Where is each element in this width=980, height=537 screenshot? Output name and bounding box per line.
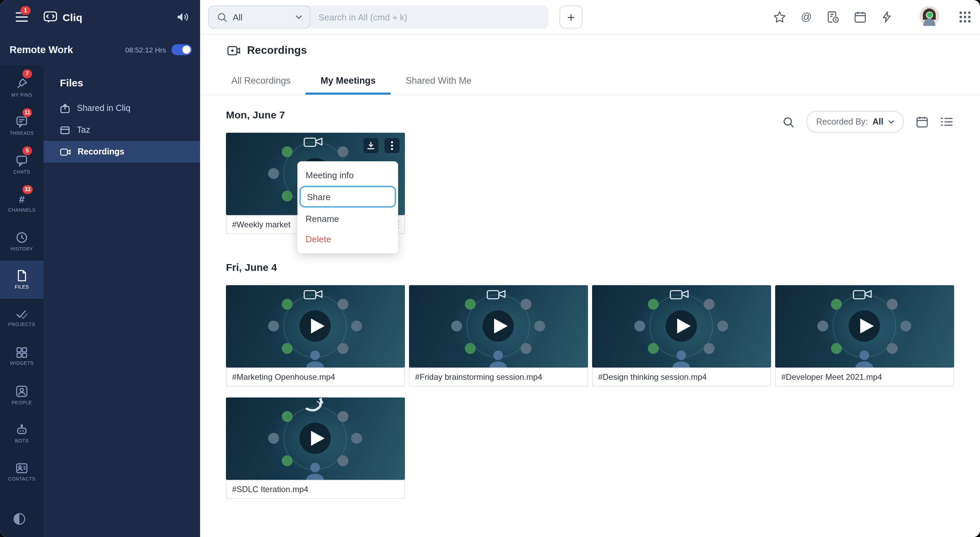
menu-item-meeting-info[interactable]: Meeting info — [298, 165, 398, 185]
recorded-by-filter[interactable]: Recorded By: All — [807, 111, 904, 133]
shortcuts-icon — [881, 11, 892, 23]
tab-my-meetings[interactable]: My Meetings — [305, 66, 391, 95]
sidebar-item-threads[interactable]: 11 THREADS — [0, 107, 43, 145]
section-date: Fri, June 4 — [226, 261, 980, 273]
menu-item-rename[interactable]: Rename — [298, 208, 398, 229]
recording-thumbnail[interactable] — [226, 397, 405, 480]
panel-item-label: Shared in Cliq — [77, 104, 130, 113]
download-button[interactable] — [363, 138, 379, 153]
contacts-icon — [16, 463, 28, 474]
main-area: All + @ — [200, 0, 980, 537]
menu-badge: 1 — [21, 6, 30, 15]
sidebar-item-projects[interactable]: PROJECTS — [0, 299, 43, 337]
recording-card-marketing-openhouse[interactable]: #Marketing Openhouse.mp4 — [226, 285, 405, 387]
menu-item-share[interactable]: Share — [299, 186, 396, 207]
recordings-content: Recorded By: All Mon, June 7 — [200, 95, 980, 537]
panel-item-label: Taz — [77, 125, 90, 135]
theme-toggle-button[interactable] — [13, 513, 26, 528]
recording-card-developer-meet[interactable]: #Developer Meet 2021.mp4 — [775, 285, 954, 387]
audio-output-button[interactable] — [173, 8, 191, 26]
recording-thumbnail[interactable] — [226, 285, 405, 368]
recorded-by-value: All — [872, 117, 883, 127]
meeting-thumbnail-art — [592, 285, 771, 368]
card-hover-actions — [363, 138, 399, 153]
shared-files-icon — [60, 103, 70, 113]
sidebar-item-files[interactable]: FILES — [0, 260, 43, 299]
sidebar-item-my-pins[interactable]: 7 MY PINS — [0, 68, 43, 107]
tab-shared-with-me[interactable]: Shared With Me — [391, 66, 487, 95]
calendar-icon — [854, 11, 866, 23]
reminders-button[interactable] — [827, 11, 839, 23]
tab-all-recordings[interactable]: All Recordings — [216, 66, 305, 95]
chevron-down-icon — [888, 120, 894, 124]
shortcuts-button[interactable] — [881, 11, 892, 23]
recording-card-sdlc-iteration[interactable]: #SDLC Iteration.mp4 — [226, 397, 405, 499]
calendar-icon — [916, 116, 928, 128]
calendar-button[interactable] — [854, 11, 866, 23]
panel-item-recordings[interactable]: Recordings — [43, 141, 200, 163]
starred-button[interactable] — [773, 11, 786, 23]
panel-title: Files — [43, 77, 200, 97]
hamburger-menu-button[interactable]: 1 — [0, 12, 43, 22]
panel-item-shared-in-cliq[interactable]: Shared in Cliq — [43, 97, 200, 119]
recording-thumbnail[interactable] — [775, 285, 954, 368]
more-options-button[interactable] — [385, 138, 399, 153]
widgets-icon — [16, 347, 27, 359]
recorded-by-label: Recorded By: — [816, 117, 868, 127]
sidebar-item-history[interactable]: HISTORY — [0, 222, 43, 260]
recording-card-design-thinking[interactable]: #Design thinking session.mp4 — [592, 285, 771, 387]
threads-icon — [16, 116, 28, 128]
app-window: 1 Cliq Remote Work 08:52:12 Hrs — [0, 0, 980, 537]
search-input[interactable] — [310, 12, 549, 22]
sidebar-body: 7 MY PINS 11 THREADS 5 CHATS 33 # — [0, 65, 200, 537]
recording-caption: #Marketing Openhouse.mp4 — [226, 368, 405, 387]
list-view-button[interactable] — [940, 117, 953, 127]
pin-icon — [16, 78, 28, 90]
search-scope-selector[interactable]: All — [208, 5, 310, 29]
recording-thumbnail[interactable] — [592, 285, 771, 368]
sidebar-item-chats[interactable]: 5 CHATS — [0, 145, 43, 183]
list-view-icon — [940, 117, 953, 127]
recording-name: #SDLC Iteration.mp4 — [232, 484, 399, 494]
sidebar-item-contacts[interactable]: CONTACTS — [0, 453, 43, 491]
recording-card-friday-brainstorming[interactable]: #Friday brainstorming session.mp4 — [409, 285, 588, 387]
recording-caption: #Friday brainstorming session.mp4 — [409, 368, 588, 387]
sidebar-item-bots[interactable]: BOTS — [0, 414, 43, 453]
mention-icon: @ — [801, 11, 812, 23]
chevron-down-icon — [295, 15, 302, 19]
sidebar-item-channels[interactable]: 33 # CHANNELS — [0, 183, 43, 222]
status-bar: Remote Work 08:52:12 Hrs — [0, 34, 200, 65]
recording-thumbnail[interactable] — [409, 285, 588, 368]
navigation-rail: 7 MY PINS 11 THREADS 5 CHATS 33 # — [0, 65, 43, 537]
page-title: Recordings — [247, 44, 307, 56]
meeting-thumbnail-art — [226, 285, 405, 368]
sidebar-item-widgets[interactable]: WIDGETS — [0, 337, 43, 376]
new-chat-button[interactable]: + — [559, 5, 582, 29]
recording-caption: #Developer Meet 2021.mp4 — [775, 368, 954, 387]
status-toggle[interactable] — [172, 44, 192, 55]
unread-badge: 33 — [22, 185, 33, 194]
apps-grid-button[interactable] — [959, 11, 970, 22]
meeting-thumbnail-art — [226, 397, 405, 480]
page-header: Recordings — [200, 35, 980, 66]
theme-contrast-icon — [13, 513, 26, 526]
profile-avatar[interactable] — [913, 6, 939, 28]
panel-item-label: Recordings — [78, 147, 124, 156]
people-icon — [16, 385, 28, 397]
sidebar-item-people[interactable]: PEOPLE — [0, 376, 43, 414]
cliq-logo-icon — [43, 10, 57, 24]
taz-icon — [60, 125, 70, 135]
logo-text: Cliq — [63, 11, 82, 23]
toggle-knob — [182, 46, 191, 54]
files-icon — [16, 270, 27, 282]
date-filter-button[interactable] — [916, 116, 928, 128]
cliq-app: 1 Cliq Remote Work 08:52:12 Hrs — [0, 0, 980, 537]
search-recordings-button[interactable] — [783, 116, 795, 127]
status-title: Remote Work — [10, 44, 120, 55]
panel-item-taz[interactable]: Taz — [43, 119, 200, 141]
mentions-button[interactable]: @ — [801, 11, 812, 23]
hash-icon: # — [19, 193, 25, 205]
search-icon — [217, 12, 227, 22]
reminders-icon — [827, 11, 839, 23]
menu-item-delete[interactable]: Delete — [298, 229, 398, 249]
